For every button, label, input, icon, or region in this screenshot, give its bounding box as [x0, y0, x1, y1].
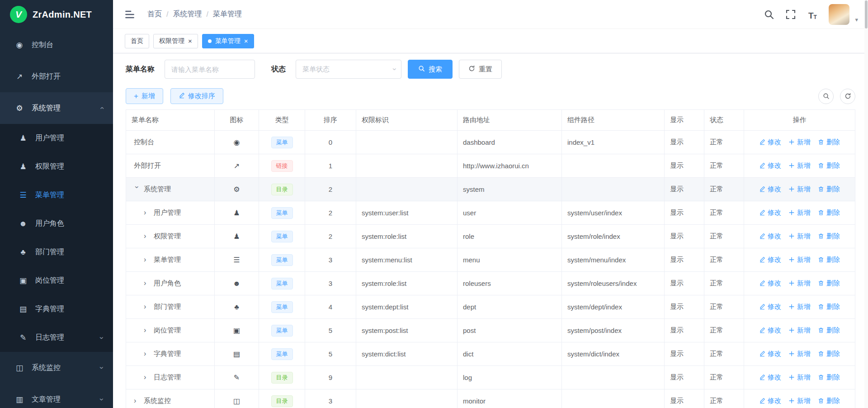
row-delete-button[interactable]: 删除 [818, 373, 840, 382]
sidebar-subitem-0[interactable]: ♟用户管理 [0, 124, 113, 152]
sidebar-toggle-icon[interactable] [124, 9, 136, 20]
row-edit-button[interactable]: 修改 [759, 161, 781, 170]
scrollbar[interactable] [864, 0, 868, 408]
show-search-button[interactable] [818, 89, 834, 104]
sidebar-item-1[interactable]: ↗外部打开 [0, 61, 113, 92]
table-row[interactable]: ›系统监控◫目录3monitor显示正常修改新增删除 [126, 389, 855, 408]
sidebar-item-0[interactable]: ◉控制台 [0, 29, 113, 61]
row-add-button[interactable]: 新增 [788, 326, 811, 335]
breadcrumb-item[interactable]: 首页 [147, 9, 162, 19]
add-button[interactable]: + 新增 [126, 88, 163, 104]
op-label: 删除 [826, 138, 840, 147]
sidebar-subitem-2[interactable]: ☰菜单管理 [0, 181, 113, 209]
row-delete-button[interactable]: 删除 [818, 232, 840, 241]
row-delete-button[interactable]: 删除 [818, 209, 840, 217]
tree-expand-icon[interactable]: › [144, 232, 154, 240]
table-row[interactable]: ›用户管理♟菜单2system:user:listusersystem/user… [126, 201, 855, 225]
row-add-button[interactable]: 新增 [788, 350, 811, 358]
row-delete-button[interactable]: 删除 [818, 138, 840, 147]
row-edit-button[interactable]: 修改 [759, 185, 781, 194]
table-row[interactable]: ›用户角色☻菜单3system:role:listroleuserssystem… [126, 272, 855, 295]
row-add-button[interactable]: 新增 [788, 185, 811, 194]
tree-expand-icon[interactable]: › [144, 279, 154, 287]
tree-expand-icon[interactable]: › [144, 350, 154, 358]
sort-edit-button[interactable]: 修改排序 [170, 88, 223, 104]
table-row[interactable]: ›岗位管理▣菜单5system:post:listpostsystem/post… [126, 319, 855, 342]
sidebar-subitem-1[interactable]: ♟权限管理 [0, 152, 113, 181]
row-edit-button[interactable]: 修改 [759, 326, 781, 335]
row-edit-button[interactable]: 修改 [759, 138, 781, 147]
visible-value: 显示 [665, 201, 704, 225]
reset-button[interactable]: 重置 [459, 60, 502, 79]
tab-close-icon[interactable]: × [244, 38, 248, 44]
row-delete-button[interactable]: 删除 [818, 161, 840, 170]
tree-collapse-icon[interactable]: › [133, 186, 141, 192]
row-edit-button[interactable]: 修改 [759, 279, 781, 288]
sidebar-subitem-6[interactable]: ▤字典管理 [0, 295, 113, 323]
table-row[interactable]: ›日志管理✎目录9log显示正常修改新增删除 [126, 366, 855, 389]
sidebar-item-3[interactable]: ◫系统监控› [0, 352, 113, 384]
row-add-button[interactable]: 新增 [788, 161, 811, 170]
sort-value: 9 [305, 366, 356, 389]
fullscreen-icon[interactable] [785, 9, 796, 20]
row-edit-button[interactable]: 修改 [759, 350, 781, 358]
row-delete-button[interactable]: 删除 [818, 303, 840, 311]
row-edit-button[interactable]: 修改 [759, 209, 781, 217]
table-row[interactable]: ›字典管理▤菜单5system:dict:listdictsystem/dict… [126, 342, 855, 366]
row-add-button[interactable]: 新增 [788, 397, 811, 405]
sidebar-subitem-7[interactable]: ✎日志管理› [0, 323, 113, 352]
row-add-button[interactable]: 新增 [788, 279, 811, 288]
table-row[interactable]: ›菜单管理☰菜单3system:menu:listmenusystem/menu… [126, 248, 855, 272]
sidebar-subitem-5[interactable]: ▣岗位管理 [0, 266, 113, 295]
table-row[interactable]: ›部门管理♣菜单4system:dept:listdeptsystem/dept… [126, 295, 855, 319]
row-add-button[interactable]: 新增 [788, 138, 811, 147]
tree-expand-icon[interactable]: › [134, 397, 144, 405]
tab-close-icon[interactable]: × [188, 38, 192, 44]
row-delete-button[interactable]: 删除 [818, 397, 840, 405]
sidebar-subitem-3[interactable]: ☻用户角色 [0, 209, 113, 238]
tab-0[interactable]: 首页 [125, 34, 149, 48]
row-delete-button[interactable]: 删除 [818, 185, 840, 194]
font-size-icon[interactable]: TT [807, 9, 818, 20]
refresh-table-button[interactable] [840, 89, 855, 104]
row-add-button[interactable]: 新增 [788, 303, 811, 311]
edit-icon [759, 374, 765, 380]
user-menu-caret-icon[interactable]: ▾ [855, 16, 858, 25]
scrollbar-thumb[interactable] [865, 0, 868, 28]
tree-expand-icon[interactable]: › [144, 326, 154, 334]
row-edit-button[interactable]: 修改 [759, 232, 781, 241]
search-button[interactable]: 搜索 [408, 60, 453, 79]
table-row[interactable]: ›系统管理⚙目录2system显示正常修改新增删除 [126, 178, 855, 201]
sidebar-item-4[interactable]: ▥文章管理› [0, 384, 113, 408]
row-edit-button[interactable]: 修改 [759, 397, 781, 405]
tree-expand-icon[interactable]: › [144, 209, 154, 217]
sidebar-item-2[interactable]: ⚙系统管理› [0, 92, 113, 124]
table-row[interactable]: ›权限管理♟菜单2system:role:listrolesystem/role… [126, 225, 855, 248]
tab-1[interactable]: 权限管理× [153, 34, 198, 48]
add-icon [788, 209, 795, 216]
breadcrumb-item[interactable]: 系统管理 [173, 9, 202, 19]
search-icon[interactable] [764, 9, 774, 20]
user-avatar[interactable] [829, 4, 849, 25]
row-add-button[interactable]: 新增 [788, 256, 811, 264]
menu-name-input[interactable] [165, 60, 255, 79]
row-delete-button[interactable]: 删除 [818, 326, 840, 335]
row-delete-button[interactable]: 删除 [818, 350, 840, 358]
row-delete-button[interactable]: 删除 [818, 256, 840, 264]
row-edit-button[interactable]: 修改 [759, 256, 781, 264]
sidebar-subitem-4[interactable]: ♣部门管理 [0, 238, 113, 266]
tab-2[interactable]: 菜单管理× [202, 34, 254, 48]
tree-expand-icon[interactable]: › [144, 303, 154, 311]
row-delete-button[interactable]: 删除 [818, 279, 840, 288]
row-add-button[interactable]: 新增 [788, 232, 811, 241]
table-row[interactable]: 外部打开↗链接1http://www.izhaorui.cn显示正常修改新增删除 [126, 154, 855, 178]
op-label: 修改 [768, 303, 781, 311]
tree-expand-icon[interactable]: › [144, 373, 154, 381]
row-add-button[interactable]: 新增 [788, 209, 811, 217]
row-edit-button[interactable]: 修改 [759, 303, 781, 311]
row-edit-button[interactable]: 修改 [759, 373, 781, 382]
menu-status-select[interactable]: 菜单状态 › [296, 60, 401, 79]
tree-expand-icon[interactable]: › [144, 256, 154, 264]
row-add-button[interactable]: 新增 [788, 373, 811, 382]
table-row[interactable]: 控制台◉菜单0dashboardindex_v1显示正常修改新增删除 [126, 131, 855, 154]
